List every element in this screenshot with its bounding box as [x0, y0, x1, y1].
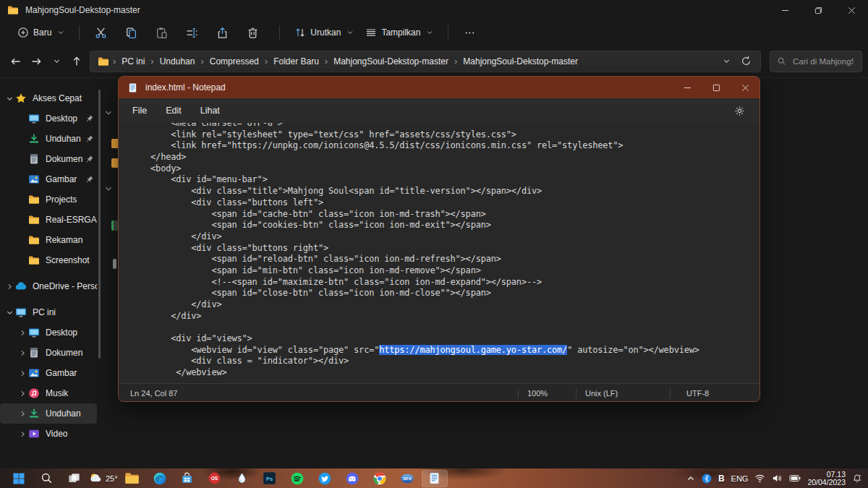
- battery-icon[interactable]: [789, 474, 801, 482]
- clock[interactable]: 07.13 20/04/2023: [807, 471, 846, 487]
- code-line[interactable]: <span id="close-btn" class="icon ion-md-…: [130, 288, 760, 299]
- sidebar-item-gambar[interactable]: Gambar: [0, 169, 97, 189]
- code-line[interactable]: <div id="menu-bar">: [130, 174, 760, 186]
- code-line[interactable]: <!--<span id="maximize-btn" class="icon …: [130, 277, 760, 288]
- taskbar-dfx-icon[interactable]: DFX: [394, 470, 420, 487]
- zoom-level[interactable]: 100%: [527, 384, 548, 402]
- chevron-right-icon[interactable]: [17, 410, 28, 418]
- taskbar-start-icon[interactable]: [6, 470, 32, 487]
- more-options-button[interactable]: [457, 22, 482, 43]
- code-line[interactable]: </head>: [130, 152, 760, 163]
- wifi-icon[interactable]: [754, 473, 765, 484]
- sidebar-item-onedrive-persona[interactable]: OneDrive - Persona: [0, 276, 97, 296]
- menu-file[interactable]: File: [123, 101, 156, 120]
- code-line[interactable]: <span id="reload-btn" class="icon ion-md…: [130, 254, 760, 265]
- code-line[interactable]: </div>: [130, 299, 760, 311]
- taskbar-twitter-icon[interactable]: [312, 470, 338, 487]
- code-line[interactable]: <span id="cache-btn" class="icon ion-md-…: [130, 209, 760, 221]
- taskbar-search-icon[interactable]: [33, 470, 59, 487]
- refresh-icon[interactable]: [741, 56, 752, 67]
- taskbar-chrome-icon[interactable]: [367, 470, 393, 487]
- recent-locations-button[interactable]: [46, 51, 67, 72]
- share-button[interactable]: [210, 22, 234, 43]
- code-line[interactable]: <webview id="view" class="page" src="htt…: [130, 345, 760, 356]
- address-dropdown-icon[interactable]: [723, 57, 731, 65]
- sidebar-item-video[interactable]: Video: [0, 424, 97, 444]
- notification-bell-icon[interactable]: z: [852, 474, 862, 484]
- code-line[interactable]: <div class="buttons right">: [130, 243, 760, 254]
- menu-edit[interactable]: Edit: [156, 101, 191, 120]
- paste-button[interactable]: [149, 22, 174, 43]
- sidebar-scrollbar[interactable]: [98, 90, 101, 359]
- sidebar-item-desktop[interactable]: Desktop: [0, 108, 97, 129]
- new-button[interactable]: Baru: [12, 23, 70, 42]
- chevron-right-icon[interactable]: [17, 349, 28, 357]
- code-line[interactable]: <link rel="stylesheet" type="text/css" h…: [130, 129, 760, 141]
- sidebar-item-pc-ini[interactable]: PC ini: [0, 302, 97, 322]
- taskbar-spotify-icon[interactable]: [284, 470, 310, 487]
- notepad-editor[interactable]: <meta charset="UTF-8"> <link rel="styles…: [119, 123, 760, 383]
- chevron-right-icon[interactable]: [17, 390, 28, 398]
- taskbar-microsoft-store-icon[interactable]: [174, 470, 200, 487]
- search-input[interactable]: [791, 56, 855, 67]
- line-ending[interactable]: Unix (LF): [585, 384, 618, 402]
- taskbar-edge-icon[interactable]: [147, 470, 173, 487]
- taskbar-weather-widget-icon[interactable]: 25°: [88, 470, 118, 487]
- notepad-close-button[interactable]: [731, 77, 760, 98]
- breadcrumb-item-folder-baru[interactable]: Folder Baru: [268, 54, 324, 69]
- code-line[interactable]: <link href="https://unpkg.com/ionicons@4…: [130, 140, 760, 152]
- chevron-right-icon[interactable]: [17, 329, 28, 337]
- menu-view[interactable]: Lihat: [191, 101, 229, 120]
- sidebar-item-real-esrgan-re[interactable]: Real-ESRGAN_re: [0, 210, 97, 230]
- minimize-button[interactable]: [768, 0, 801, 20]
- sidebar-item-dokumen[interactable]: Dokumen: [0, 149, 97, 169]
- breadcrumb-item-pc-ini[interactable]: PC ini: [116, 54, 150, 69]
- copy-button[interactable]: [119, 22, 143, 43]
- breadcrumb-item-mahjongsoul-dekstop-master[interactable]: MahjongSoul-Dekstop-master: [458, 54, 583, 69]
- restore-button[interactable]: [801, 0, 835, 20]
- taskbar-notepad-icon[interactable]: [422, 470, 448, 487]
- breadcrumb-item-unduhan[interactable]: Unduhan: [155, 54, 200, 69]
- breadcrumb[interactable]: ›PC ini›Unduhan›Compressed›Folder Baru›M…: [90, 51, 761, 72]
- cut-button[interactable]: [88, 22, 113, 43]
- code-line[interactable]: [130, 322, 760, 333]
- chevron-down-icon[interactable]: [4, 309, 15, 317]
- tray-chevron-up-icon[interactable]: [686, 474, 695, 483]
- chevron-down-icon[interactable]: [4, 95, 15, 103]
- breadcrumb-item-mahjongsoul-dekstop-master[interactable]: MahjongSoul-Dekstop-master: [328, 54, 454, 69]
- bluetooth-icon[interactable]: [702, 474, 712, 484]
- code-line[interactable]: <div class = "indicator"></div>: [130, 356, 760, 367]
- volume-icon[interactable]: [772, 473, 783, 484]
- sidebar-item-screenshot[interactable]: Screenshot: [0, 250, 97, 270]
- sidebar-item-unduhan[interactable]: Unduhan: [0, 403, 97, 424]
- forward-button[interactable]: [26, 51, 46, 72]
- notepad-titlebar[interactable]: index.html - Notepad: [119, 77, 760, 98]
- code-line[interactable]: </webview>: [130, 367, 760, 379]
- view-button[interactable]: Tampilkan: [359, 23, 439, 42]
- code-line[interactable]: <span id="cookies-btn" class="icon ion-m…: [130, 220, 760, 231]
- breadcrumb-item-compressed[interactable]: Compressed: [205, 54, 264, 69]
- sidebar-item-unduhan[interactable]: Unduhan: [0, 129, 97, 149]
- close-button[interactable]: [835, 0, 868, 20]
- settings-gear-icon[interactable]: [724, 106, 755, 116]
- code-line[interactable]: <div class="title">Mahjong Soul<span id=…: [130, 186, 760, 197]
- sidebar-item-rekaman[interactable]: Rekaman: [0, 230, 97, 250]
- back-button[interactable]: [6, 51, 26, 72]
- search-box[interactable]: [770, 51, 862, 72]
- chevron-right-icon[interactable]: [17, 430, 28, 438]
- rename-button[interactable]: [179, 22, 204, 43]
- notepad-maximize-button[interactable]: [702, 77, 731, 98]
- code-line[interactable]: <div id="views">: [130, 333, 760, 345]
- sidebar-item-gambar[interactable]: Gambar: [0, 363, 97, 383]
- code-line[interactable]: <div class="buttons left">: [130, 197, 760, 209]
- code-line[interactable]: <meta charset="UTF-8">: [130, 123, 760, 129]
- code-line[interactable]: </div>: [130, 311, 760, 322]
- taskbar-rainmeter-icon[interactable]: [229, 470, 255, 487]
- chevron-right-icon[interactable]: [17, 369, 28, 377]
- sidebar-item-desktop[interactable]: Desktop: [0, 322, 97, 343]
- taskbar-file-explorer-icon[interactable]: [119, 470, 145, 487]
- taskbar-photoshop-icon[interactable]: Ps: [257, 470, 283, 487]
- sort-button[interactable]: Urutkan: [289, 23, 359, 42]
- code-line[interactable]: <span id="min-btn" class="icon ion-md-re…: [130, 265, 760, 277]
- up-button[interactable]: [67, 51, 87, 72]
